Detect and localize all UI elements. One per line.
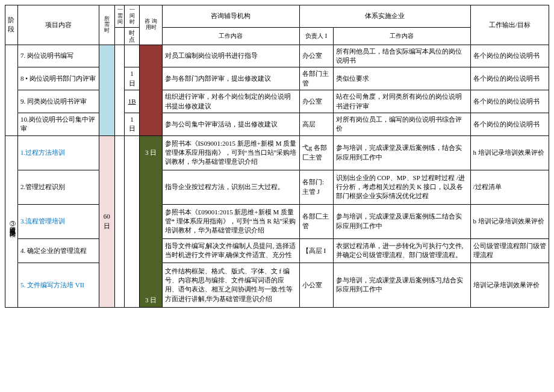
gap-cell (114, 45, 124, 135)
stage-cell-empty (5, 45, 18, 135)
cwork-cell: 参照书本《IS09001:2015 新思维+新模 M 质量管理体系应用指南》，可… (162, 135, 299, 170)
col-output: 工作输出/目标 (470, 5, 549, 45)
usetime-text-1: 3 日 (142, 148, 159, 157)
item-cell: 2.管理过程识别 (17, 170, 99, 204)
owner-cell: 办公室 (299, 90, 333, 113)
timept-cell: 1B (124, 90, 140, 113)
ework-cell: 所有闲他员工，结合实际编写本凤位的岗位说明书 (333, 45, 470, 67)
col-ework: 工作内容 (333, 27, 470, 45)
item-link[interactable]: 1.过程方法培训 (20, 149, 65, 156)
owner-cell: 各部匚主管 (299, 204, 333, 238)
cwork-cell: 参与各部门内部评审，提出修改建议 (162, 67, 299, 90)
table-row: 4. 确定企业的管理流程 指导文件编写,解决文件编制人员提问, 选择适当时机进行… (5, 238, 549, 263)
table-row: ③管理流程形成阶段 1.过程方法培训 60 日 3 日 3 日 参照书本《IS0… (5, 135, 549, 170)
ework-cell: 站在公司角度，对同类所有岗位的岗位说明书进行评审 (333, 90, 470, 113)
item-cell: 8 • 岗位说明书部门内评审 (17, 67, 99, 90)
ework-cell: 参与培训，完成课堂及课后案例练二结合实际应用到工作中 (333, 204, 470, 238)
owner-cell: 小公室 (299, 263, 333, 307)
item-cell: 3.流程管理培训 (17, 204, 99, 238)
table-row: 8 • 岗位说明书部门内评审 1 日 参与各部门内部评审，提出修改建议 各部门主… (5, 67, 549, 90)
timept-cell (124, 135, 140, 307)
owner-cell: 弋g 各部匚主管 (299, 135, 333, 170)
ework-cell: 对所有岗位员工，编写的岗位说明书综合评价 (333, 113, 470, 136)
stage-label: ③管理流程形成阶段 (8, 216, 16, 227)
owner-cell: 办公室 (299, 45, 333, 67)
timept-cell: 1 日 (124, 113, 140, 136)
col-gap-a: 一需间 (114, 5, 124, 28)
table-row: 2.管理过程识别 指导企业按过程方法，识别出三大过程。 各部门:主管 J 识别出… (5, 170, 549, 204)
item-cell: 4. 确定企业的管理流程 (17, 238, 99, 263)
output-cell: b 培训记录培训效果评价 (470, 204, 549, 238)
output-cell: 各个岗位的岗位说明书 (470, 113, 549, 136)
timept-cell (124, 45, 140, 67)
header-row-1: 阶段 项目内容 所需时 一需间 一间时 咨 询用时 咨询辅导机构 体系实施企业 … (5, 5, 549, 28)
usetime-cell (140, 45, 162, 135)
col-timept-b: 时点 (124, 27, 140, 45)
timept-cell: 1 日 (124, 67, 140, 90)
col-item: 项目内容 (17, 5, 99, 45)
col-cwork: 工作内容 (162, 27, 299, 45)
col-usetime: 咨 询用时 (140, 5, 162, 45)
col-owner: 负责人 I (299, 27, 333, 45)
output-cell: 各个岗位的岗位说明书 (470, 45, 549, 67)
owner-cell: 各部门主管 (299, 67, 333, 90)
cwork-cell: 指导企业按过程方法，识别出三大过程。 (162, 170, 299, 204)
cwork-cell: 参照书本《£09001:2015 新思维+新模 M 质量管* 理体系应用指南》，… (162, 204, 299, 238)
item-cell: 5. 文件编写方法培 VII (17, 263, 99, 307)
owner-cell: 高层 (299, 113, 333, 136)
item-cell: 10.岗位说明书公司集中评审 (17, 113, 99, 136)
item-cell: 1.过程方法培训 (17, 135, 99, 170)
col-stage: 阶段 (5, 5, 18, 45)
output-cell: 公司级管理流程部门级管理流程 (470, 238, 549, 263)
cwork-cell: 参与公司集中评审活动，提出修改建议 (162, 113, 299, 136)
ework-cell: 参与培训，完成课堂及课后案例练，结合实际应用到工作中 (333, 135, 470, 170)
ework-cell: 参与培训，完成课堂及课后案例练习,结合实际应用到工作中 (333, 263, 470, 307)
table-row: 5. 文件编写方法培 VII 文件结构框架、格式、版式、字体、文 f 编号、内容… (5, 263, 549, 307)
cwork-cell: 指导文件编写,解决文件编制人员提问, 选择适当时机进行文件评审,确保文件适宜、充… (162, 238, 299, 263)
output-cell: h 培训记录培训效果评价 (470, 135, 549, 170)
col-consult-org: 咨询辅导机构 (162, 5, 299, 28)
stage-cell: ③管理流程形成阶段 (5, 135, 18, 307)
col-need: 所需时 (99, 5, 114, 45)
col-timept-a: 一间时 (124, 5, 140, 28)
ework-cell: 识别出企业的 COP、MP、SP 过程时过程 /进行分析，考虑相关过程的关 K … (333, 170, 470, 204)
item-cell: 9. 同类岗位说明书评审 (17, 90, 99, 113)
ework-cell: 衣据过程清单，进一步转化为可执行勺文件,并确定公司级管理流程、部门级管理流程。 (333, 238, 470, 263)
output-cell: /过程清单 (470, 170, 549, 204)
usetime-cell: 3 日 3 日 (140, 135, 162, 307)
usetime-text-2: 3 日 (142, 296, 159, 305)
output-cell: 培训记录培训效果评价 (470, 263, 549, 307)
need-cell: 60 日 (99, 135, 114, 307)
cwork-cell: 对员工编制岗位说明书进行指导 (162, 45, 299, 67)
table-row: 9. 同类岗位说明书评审 1B 组织进行评审，对各个岗位制定的岗位说明书提出修改… (5, 90, 549, 113)
ework-cell: 类似位要求 (333, 67, 470, 90)
need-cell (99, 45, 114, 135)
gap-cell (114, 135, 124, 307)
item-link[interactable]: 3.流程管理培训 (20, 217, 65, 225)
cwork-cell: 组织进行评审，对各个岗位制定的岗位说明书提出修改建议 (162, 90, 299, 113)
table-row: 10.岗位说明书公司集中评审 1 日 参与公司集中评审活动，提出修改建议 高层 … (5, 113, 549, 136)
item-cell: 7. 岗位说明书编写 (17, 45, 99, 67)
schedule-table: 阶段 项目内容 所需时 一需间 一间时 咨 询用时 咨询辅导机构 体系实施企业 … (5, 5, 549, 308)
owner-cell: 各部门:主管 J (299, 170, 333, 204)
table-row: 7. 岗位说明书编写 对员工编制岗位说明书进行指导 办公室 所有闲他员工，结合实… (5, 45, 549, 67)
table-row: 3.流程管理培训 参照书本《£09001:2015 新思维+新模 M 质量管* … (5, 204, 549, 238)
cwork-cell: 文件结构框架、格式、版式、字体、文 f 编号、内容构思与编排、文件编写词语的应用… (162, 263, 299, 307)
item-link[interactable]: 5. 文件编写方法培 VII (20, 281, 84, 288)
col-gap-b (114, 27, 124, 45)
col-impl-ent: 体系实施企业 (299, 5, 470, 28)
owner-cell: 【高层 I (299, 238, 333, 263)
output-cell: 各个岗位的岗位说明书 (470, 90, 549, 113)
output-cell: 各个岗位的岗位说明书 (470, 67, 549, 90)
